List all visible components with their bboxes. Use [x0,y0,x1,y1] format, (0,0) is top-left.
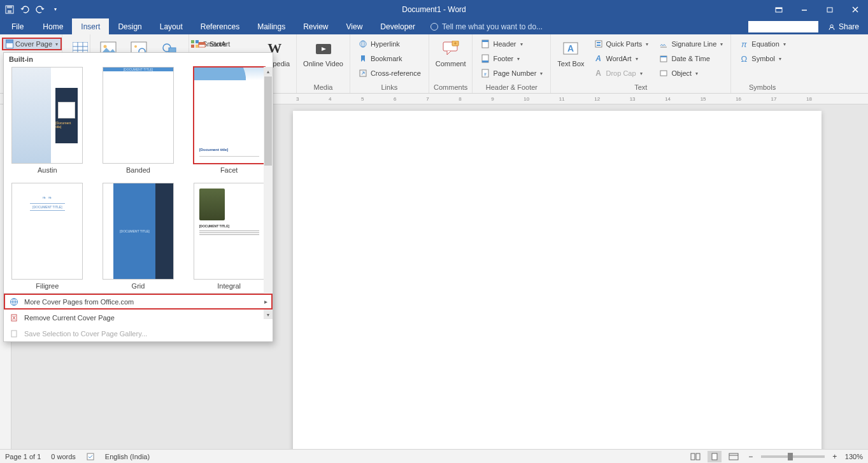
tab-insert[interactable]: Insert [72,18,109,34]
share-button[interactable]: Share [823,22,863,31]
hyperlink-label: Hyperlink [371,40,400,48]
quickparts-label: Quick Parts [606,40,643,48]
text-box-button[interactable]: AText Box [555,37,587,80]
tell-me-search[interactable]: Tell me what you want to do... [424,18,549,34]
tab-developer[interactable]: Developer [371,18,424,34]
qat-customize[interactable]: ▾ [48,3,62,17]
status-page[interactable]: Page 1 of 1 [5,453,41,460]
crossref-label: Cross-reference [371,69,421,77]
store-button[interactable]: Store [193,37,254,51]
status-proofing[interactable] [86,452,95,461]
zoom-in-button[interactable]: + [830,452,840,462]
symbol-button[interactable]: ΩSymbol▾ [735,52,789,66]
tab-design[interactable]: Design [109,18,150,34]
close-button[interactable] [843,0,868,18]
scroll-up-button[interactable]: ▴ [264,67,273,76]
thumb-title: [Document title] [199,148,229,152]
quick-parts-button[interactable]: Quick Parts▾ [590,37,653,51]
redo-button[interactable] [33,3,47,17]
save-button[interactable] [3,3,17,17]
svg-rect-6 [827,8,832,12]
cover-page-gallery: Built-in [Document title] Austin [DOCUME… [3,52,273,342]
object-label: Object [671,69,692,77]
gallery-scroll[interactable]: [Document title] Austin [DOCUMENT TITLE]… [4,66,273,293]
object-button[interactable]: Object▾ [655,66,727,80]
svg-rect-63 [729,453,738,460]
web-layout-button[interactable] [727,451,741,462]
ribbon-display-options[interactable] [766,0,792,18]
gallery-item-grid[interactable]: [DOCUMENT TITLE] Grid [99,183,178,290]
tab-references[interactable]: References [192,18,248,34]
drop-cap-button[interactable]: ADrop Cap▾ [590,66,653,80]
minimize-button[interactable] [792,0,817,18]
redo-icon [36,5,45,14]
wordart-button[interactable]: AWordArt▾ [590,52,653,66]
svg-point-31 [362,41,364,47]
zoom-out-button[interactable]: − [746,452,756,462]
scroll-thumb[interactable] [264,76,272,166]
web-layout-icon [729,453,739,460]
bulb-icon [430,23,438,31]
cover-page-button[interactable]: Cover Page ▾ [2,38,62,50]
store-label: Store [210,40,226,48]
header-button[interactable]: Header▾ [476,37,546,51]
chevron-down-icon: ▾ [646,41,648,47]
footer-button[interactable]: Footer▾ [476,52,546,66]
gallery-caption: Filigree [36,282,59,290]
thumb-title: [DOCUMENT TITLE] [30,203,65,211]
ruler-mark: 7 [426,96,429,102]
tab-home[interactable]: Home [34,18,72,34]
search-input[interactable] [748,21,818,32]
share-icon [827,22,836,31]
textbox-label: Text Box [557,60,584,68]
tab-view[interactable]: View [338,18,372,34]
status-language[interactable]: English (India) [105,453,150,460]
chevron-right-icon: ▸ [264,298,267,305]
gallery-item-integral[interactable]: [DOCUMENT TITLE] Integral [189,183,269,290]
crossref-button[interactable]: Cross-reference [354,66,425,80]
svg-rect-58 [11,331,17,337]
globe-icon [10,297,18,306]
ruler-mark: 6 [394,96,396,102]
quickparts-icon [594,39,603,48]
date-time-button[interactable]: Date & Time [655,52,727,66]
gallery-item-filigree[interactable]: ❧ ❧[DOCUMENT TITLE] Filigree [8,183,87,290]
tab-mailings[interactable]: Mailings [248,18,294,34]
group-links-label: Links [354,83,425,92]
svg-rect-26 [199,45,205,47]
svg-rect-47 [597,45,601,46]
more-cover-pages-button[interactable]: More Cover Pages from Office.com ▸ [4,294,273,310]
zoom-level[interactable]: 130% [845,453,863,460]
gallery-caption: Austin [38,166,57,174]
remove-cover-page-button[interactable]: Remove Current Cover Page [4,310,273,325]
maximize-button[interactable] [817,0,843,18]
document-page[interactable] [293,111,822,449]
svg-point-16 [104,45,107,48]
tab-file[interactable]: File [1,18,34,34]
page-number-button[interactable]: #Page Number▾ [476,66,546,80]
gallery-item-facet[interactable]: [Document title] Facet [189,67,269,174]
comment-button[interactable]: Comment [433,37,469,69]
zoom-handle[interactable] [788,453,793,460]
status-words[interactable]: 0 words [51,453,76,460]
signature-line-button[interactable]: Signature Line▾ [655,37,727,51]
footer-label: Footer [493,55,513,62]
print-layout-button[interactable] [708,451,722,462]
tab-layout[interactable]: Layout [151,18,192,34]
undo-button[interactable] [18,3,32,17]
read-mode-button[interactable] [688,451,702,462]
zoom-slider[interactable] [761,455,825,458]
bookmark-label: Bookmark [371,55,402,62]
gallery-item-banded[interactable]: [DOCUMENT TITLE] Banded [99,67,178,174]
online-video-button[interactable]: Online Video [301,37,346,69]
video-icon [315,41,332,55]
equation-button[interactable]: πEquation▾ [735,37,789,51]
tab-review[interactable]: Review [294,18,337,34]
ruler-mark: 9 [491,96,494,102]
gallery-item-austin[interactable]: [Document title] Austin [8,67,87,174]
hyperlink-button[interactable]: Hyperlink [354,37,425,51]
gallery-scrollbar[interactable]: ▴ ▾ [264,67,273,319]
chevron-down-icon: ▾ [540,71,543,76]
bookmark-button[interactable]: Bookmark [354,52,425,66]
svg-rect-2 [8,10,11,13]
